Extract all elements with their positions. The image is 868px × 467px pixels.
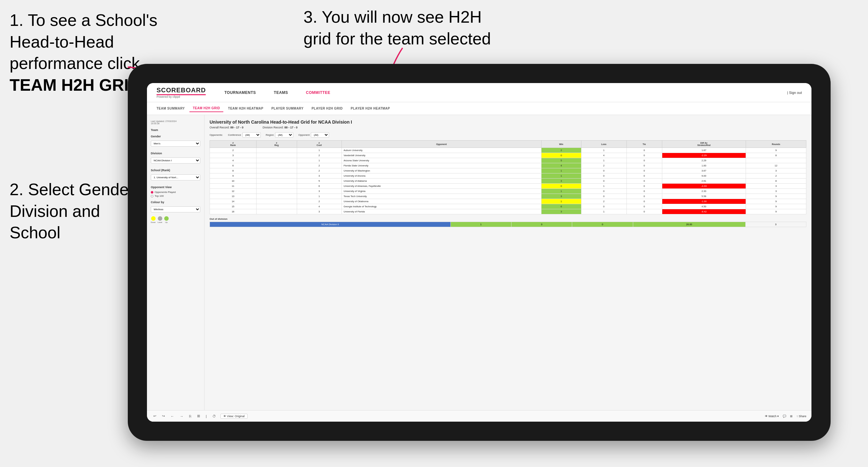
ood-label: Out of division [210, 218, 806, 220]
cell-opponent: University of Alabama [342, 179, 541, 184]
undo-button[interactable]: ↩ [152, 413, 157, 419]
bottom-toolbar: ↩ ↪ ← → ⎘ ⊞ | ⏱ 👁 View: Original 👁 Watch… [147, 410, 811, 422]
colour-by-select[interactable]: Win/loss [151, 206, 200, 212]
table-row: 15 4 Georgia Institute of Technology 6 0… [210, 204, 806, 209]
share-button[interactable]: ↑ Share [797, 415, 806, 418]
cell-opponent: Texas Tech University [342, 194, 541, 199]
conference-select[interactable]: (All) [243, 132, 261, 138]
comment-button[interactable]: 💬 [783, 415, 786, 418]
cell-tie: 0 [626, 168, 662, 174]
ood-row: NCAA Division II 1 0 0 26.00 3 [210, 222, 806, 227]
swatch-circle-down [151, 216, 156, 221]
tab-player-summary[interactable]: PLAYER SUMMARY [268, 105, 307, 112]
cell-rounds: 3 [746, 189, 806, 194]
cell-conf: 3 [297, 174, 342, 179]
cell-rank: 10 [210, 179, 256, 184]
ood-cell-rounds: 3 [745, 222, 806, 227]
view-button[interactable]: 👁 View: Original [220, 414, 248, 419]
tab-player-h2h-heatmap[interactable]: PLAYER H2H HEATMAP [348, 105, 393, 112]
copy-button[interactable]: ⎘ [188, 414, 193, 419]
cell-loss: 0 [581, 194, 626, 199]
team-label: Team [151, 128, 200, 132]
cell-reg [256, 148, 297, 153]
cell-opponent: Vanderbilt University [342, 153, 541, 158]
nav-tournaments[interactable]: TOURNAMENTS [222, 89, 258, 96]
cell-loss: 1 [581, 158, 626, 163]
cell-win: 0 [541, 153, 581, 158]
back-button[interactable]: ← [169, 414, 176, 419]
cell-opponent: University of Washington [342, 168, 541, 174]
redo-button[interactable]: ↪ [161, 413, 166, 419]
cell-opponent: University of Oklahoma [342, 199, 541, 204]
tab-team-h2h-grid[interactable]: TEAM H2H GRID [189, 105, 223, 112]
table-row: 14 2 University of Oklahoma 1 2 0 -1.00 … [210, 199, 806, 204]
present-button[interactable]: ⊞ [790, 415, 793, 418]
cell-tie: 0 [626, 209, 662, 214]
cell-conf: 2 [297, 168, 342, 174]
cell-rank: 13 [210, 194, 256, 199]
cell-conf: 6 [297, 184, 342, 189]
col-win: Win [541, 141, 581, 148]
cell-win: 6 [541, 204, 581, 209]
opponent-select[interactable]: (All) [311, 132, 329, 138]
nav-committee[interactable]: COMMITTEE [304, 89, 333, 96]
cell-win: 0 [541, 184, 581, 189]
cell-reg [256, 174, 297, 179]
cell-tie: 0 [626, 153, 662, 158]
grid-title: University of North Carolina Head-to-Hea… [210, 120, 806, 125]
table-row: 2 1 Auburn University 2 1 0 1.67 9 [210, 148, 806, 153]
cell-reg [256, 168, 297, 174]
tab-team-h2h-heatmap[interactable]: TEAM H2H HEATMAP [225, 105, 267, 112]
swatch-circle-up [164, 216, 169, 221]
opponent-view-label: Opponent View [151, 186, 200, 189]
tab-player-h2h-grid[interactable]: PLAYER H2H GRID [308, 105, 346, 112]
app-header: SCOREBOARD Powered by clippd TOURNAMENTS… [147, 83, 811, 102]
cell-diff: -4.33 [662, 184, 746, 189]
radio-dot-played [151, 191, 153, 193]
cell-opponent: Arizona State University [342, 158, 541, 163]
cell-tie: 0 [626, 184, 662, 189]
school-label: School (Rank) [151, 169, 200, 172]
cell-diff: 9.00 [662, 174, 746, 179]
school-select[interactable]: 1. University of Nort... [151, 175, 200, 181]
division-select[interactable]: NCAA Division I [151, 157, 200, 163]
radio-top100[interactable]: Top 100 [151, 194, 200, 197]
cell-tie: 0 [626, 179, 662, 184]
sidebar: Last Updated: 27/03/2024 16:55:38 Team G… [147, 115, 205, 410]
col-conf: #Conf [297, 141, 342, 148]
cell-tie: 0 [626, 158, 662, 163]
col-reg: #Reg [256, 141, 297, 148]
cell-rank: 12 [210, 189, 256, 194]
cell-diff: 2.29 [662, 158, 746, 163]
region-select[interactable]: (All) [275, 132, 293, 138]
gender-select[interactable]: Men's [151, 141, 200, 147]
sign-out-link[interactable]: | Sign out [787, 91, 802, 95]
cell-rank: 14 [210, 199, 256, 204]
opponent-view-group: Opponents Played Top 100 [151, 191, 200, 197]
nav-teams[interactable]: TEAMS [271, 89, 291, 96]
col-tie: Tie [626, 141, 662, 148]
colour-by-label: Colour by [151, 200, 200, 204]
cell-loss: 2 [581, 199, 626, 204]
watch-button[interactable]: 👁 Watch ▾ [765, 415, 779, 418]
cell-win: 1 [541, 199, 581, 204]
logo: SCOREBOARD Powered by clippd [157, 87, 206, 98]
gender-label: Gender [151, 135, 200, 138]
overall-record: Overall Record: 89 - 17 - 0 [210, 126, 243, 129]
cell-rank: 6 [210, 163, 256, 168]
conference-filter: Conference (All) [228, 132, 260, 138]
paste-button[interactable]: ⊞ [196, 413, 201, 419]
cell-conf: 1 [297, 148, 342, 153]
cell-tie: 0 [626, 174, 662, 179]
cell-loss: 0 [581, 174, 626, 179]
radio-opponents-played[interactable]: Opponents Played [151, 191, 200, 193]
forward-button[interactable]: → [179, 414, 185, 419]
cell-rank: 4 [210, 158, 256, 163]
tab-team-summary[interactable]: TEAM SUMMARY [153, 105, 188, 112]
cell-tie: 0 [626, 148, 662, 153]
cell-diff: -2.29 [662, 153, 746, 158]
main-content: Last Updated: 27/03/2024 16:55:38 Team G… [147, 115, 811, 410]
cell-reg [256, 163, 297, 168]
grid-records: Overall Record: 89 - 17 - 0 Division Rec… [210, 126, 806, 129]
cell-opponent: Auburn University [342, 148, 541, 153]
